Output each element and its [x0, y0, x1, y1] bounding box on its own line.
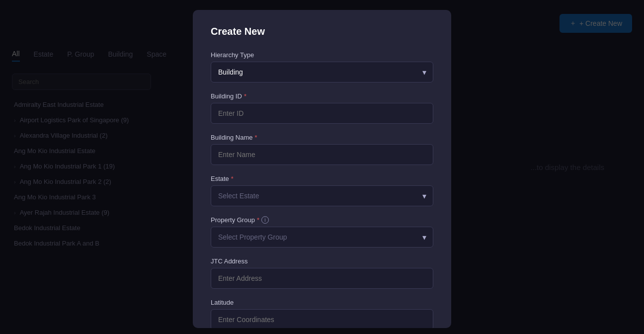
property-group-select-wrapper: Select Property Group	[211, 227, 433, 248]
create-new-modal: Create New Hierarchy Type Building Estat…	[193, 10, 451, 328]
info-icon[interactable]: i	[261, 216, 269, 224]
hierarchy-type-select[interactable]: Building Estate Property Group Space	[211, 62, 433, 83]
required-indicator: *	[231, 175, 234, 182]
jtc-address-group: JTC Address	[211, 257, 433, 289]
building-name-label: Building Name *	[211, 134, 433, 141]
property-group-select[interactable]: Select Property Group	[211, 227, 433, 248]
required-indicator: *	[257, 216, 259, 224]
modal-title: Create New	[211, 26, 433, 37]
estate-label: Estate *	[211, 175, 433, 182]
estate-select[interactable]: Select Estate	[211, 185, 433, 206]
building-id-input[interactable]	[211, 103, 433, 124]
jtc-address-input[interactable]	[211, 268, 433, 289]
estate-group: Estate * Select Estate	[211, 175, 433, 206]
latitude-group: Latitude	[211, 299, 433, 328]
hierarchy-type-label: Hierarchy Type	[211, 51, 433, 59]
building-id-group: Building ID *	[211, 92, 433, 124]
building-id-label: Building ID *	[211, 92, 433, 100]
property-group-label: Property Group * i	[211, 216, 433, 224]
property-group-group: Property Group * i Select Property Group	[211, 216, 433, 248]
required-indicator: *	[255, 134, 257, 141]
building-name-group: Building Name *	[211, 134, 433, 165]
estate-select-wrapper: Select Estate	[211, 185, 433, 206]
required-indicator: *	[244, 92, 246, 100]
hierarchy-type-select-wrapper: Building Estate Property Group Space	[211, 62, 433, 83]
latitude-input[interactable]	[211, 309, 433, 328]
building-name-input[interactable]	[211, 144, 433, 165]
hierarchy-type-group: Hierarchy Type Building Estate Property …	[211, 51, 433, 83]
latitude-label: Latitude	[211, 299, 433, 306]
jtc-address-label: JTC Address	[211, 257, 433, 265]
